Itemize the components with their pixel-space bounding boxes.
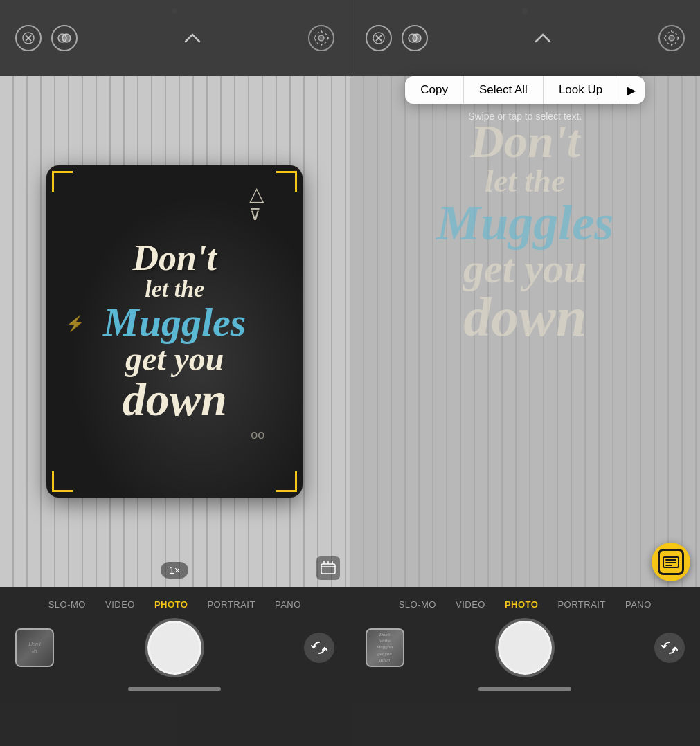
sticker-line2: let the	[103, 276, 246, 302]
mode-slomo-right[interactable]: SLO-MO	[399, 599, 436, 610]
mode-slomo-left[interactable]: SLO-MO	[48, 599, 86, 610]
left-phone-panel: △⊽ ⚡ oo Don't let the Muggles get you do…	[0, 0, 350, 746]
chevron-up-icon[interactable]	[184, 29, 201, 47]
shutter-button-left[interactable]	[147, 621, 201, 675]
corner-bracket-tl	[52, 171, 73, 192]
chevron-up-icon-right[interactable]	[535, 29, 551, 47]
context-menu-more-arrow[interactable]: ▶	[618, 77, 645, 104]
flip-camera-button-left[interactable]	[304, 633, 334, 663]
swipe-hint: Swipe or tap to select text.	[350, 111, 701, 122]
recognized-text-display: Don't let the Muggles get you down	[422, 111, 627, 352]
recognized-line2: let the	[436, 165, 613, 198]
recognized-line5: down	[436, 289, 613, 345]
top-bar-right-icons	[366, 25, 428, 51]
mode-photo-right[interactable]: PHOTO	[505, 599, 539, 610]
deathly-hallows-symbol: △⊽	[249, 185, 264, 224]
mode-pano-left[interactable]: PANO	[275, 599, 301, 610]
sticker-text: Don't let the Muggles get you down	[89, 226, 260, 436]
mode-photo-left[interactable]: PHOTO	[154, 599, 188, 610]
live-photo-icon-right[interactable]	[658, 25, 685, 51]
svg-rect-11	[321, 564, 335, 574]
camera-viewfinder-right: Don't let the Muggles get you down	[350, 76, 701, 587]
camera-controls-right: SLO-MO VIDEO PHOTO PORTRAIT PANO Don'tle…	[350, 587, 701, 746]
sticker-card: △⊽ ⚡ oo Don't let the Muggles get you do…	[46, 165, 303, 498]
svg-point-20	[413, 34, 421, 42]
mode-portrait-left[interactable]: PORTRAIT	[207, 599, 255, 610]
sticker-line5: down	[103, 376, 246, 423]
recognized-line3: Muggles	[436, 198, 613, 248]
context-menu-bar: Copy Select All Look Up ▶	[405, 76, 645, 104]
photo-thumbnail-left[interactable]: Don'tlet	[15, 628, 54, 667]
lightning-bolt-symbol: ⚡	[66, 315, 84, 333]
thumbnail-image-right: Don'tlet theMugglesget youdown	[367, 630, 403, 666]
svg-point-22	[669, 35, 674, 41]
home-indicator-left	[128, 687, 221, 691]
mode-pano-right[interactable]: PANO	[625, 599, 652, 610]
look-up-menu-item[interactable]: Look Up	[544, 76, 618, 104]
mode-video-left[interactable]: VIDEO	[105, 599, 135, 610]
camera-viewfinder-left: △⊽ ⚡ oo Don't let the Muggles get you do…	[0, 76, 350, 587]
flash-icon[interactable]	[15, 25, 42, 51]
sticker-line3: Muggles	[103, 302, 246, 343]
home-indicator-right	[478, 687, 571, 691]
shutter-button-right[interactable]	[498, 621, 552, 675]
shutter-row-left: Don'tlet	[0, 621, 350, 675]
copy-menu-item[interactable]: Copy	[405, 76, 464, 104]
mode-video-right[interactable]: VIDEO	[456, 599, 485, 610]
thumbnail-image-left: Don'tlet	[17, 630, 53, 666]
mode-selector-right: SLO-MO VIDEO PHOTO PORTRAIT PANO	[350, 587, 701, 610]
live-text-icon	[658, 549, 684, 575]
mode-selector-left: SLO-MO VIDEO PHOTO PORTRAIT PANO	[0, 587, 350, 610]
top-bar-left	[0, 0, 350, 76]
corner-bracket-br	[276, 471, 297, 492]
viewfinder-background-left: △⊽ ⚡ oo Don't let the Muggles get you do…	[0, 76, 350, 587]
recognized-line1: Don't	[436, 118, 613, 165]
svg-point-6	[318, 35, 324, 41]
select-all-menu-item[interactable]: Select All	[464, 76, 544, 104]
live-photo-icon[interactable]	[308, 25, 334, 51]
camera-controls-left: SLO-MO VIDEO PHOTO PORTRAIT PANO Don'tle…	[0, 587, 350, 746]
hdr-icon[interactable]	[51, 25, 78, 51]
top-bar-left-icons	[15, 25, 78, 51]
corner-bracket-tr	[276, 171, 297, 192]
sticker-line1: Don't	[103, 240, 246, 276]
photo-thumbnail-right[interactable]: Don'tlet theMugglesget youdown	[366, 628, 404, 667]
flip-camera-button-right[interactable]	[654, 633, 685, 663]
mode-portrait-right[interactable]: PORTRAIT	[557, 599, 606, 610]
scan-document-icon[interactable]	[316, 556, 340, 580]
live-text-recognition-button[interactable]	[652, 543, 690, 581]
viewfinder-background-right: Don't let the Muggles get you down	[350, 76, 701, 587]
corner-bracket-bl	[52, 471, 73, 492]
top-bar-right	[350, 0, 701, 76]
recognized-line4: get you	[436, 248, 613, 289]
hdr-icon-right[interactable]	[402, 25, 428, 51]
zoom-level[interactable]: 1×	[161, 562, 188, 579]
svg-point-4	[62, 34, 71, 42]
sticker-line4: get you	[103, 343, 246, 376]
right-phone-panel: Copy Select All Look Up ▶ Swipe or tap t…	[350, 0, 701, 746]
flash-icon-right[interactable]	[366, 25, 392, 51]
shutter-row-right: Don'tlet theMugglesget youdown	[350, 621, 701, 675]
